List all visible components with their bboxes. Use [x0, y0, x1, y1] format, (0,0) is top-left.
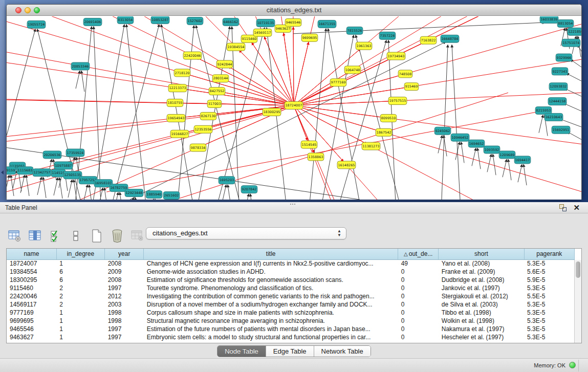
graph-node[interactable]: 915469 [404, 83, 419, 91]
graph-node[interactable]: 20853346 [71, 62, 90, 70]
table-scrollbar[interactable] [574, 260, 581, 343]
graph-node[interactable]: 16148265 [337, 161, 356, 169]
graph-node[interactable]: 9245062 [434, 127, 451, 135]
graph-node[interactable]: 1093592 [484, 146, 500, 154]
tab-node-table[interactable]: Node Table [217, 346, 266, 357]
graph-node[interactable]: 15751074 [562, 39, 580, 47]
graph-node[interactable]: 14569117 [253, 29, 272, 36]
graph-node[interactable]: 1961363 [356, 42, 372, 50]
graph-node[interactable]: 9465546 [285, 18, 301, 26]
column-header-in_degree[interactable]: in_degree [56, 249, 104, 259]
graph-node[interactable]: 16210643 [545, 113, 563, 121]
graph-node[interactable]: 20206536 [43, 151, 61, 159]
graph-node[interactable]: 12923448 [125, 189, 143, 197]
graph-node[interactable]: 10719135 [256, 19, 275, 27]
window-titlebar[interactable]: citations_edges.txt [7, 5, 581, 16]
graph-node[interactable]: 19734943 [387, 52, 405, 60]
table-mode-button[interactable] [7, 228, 23, 244]
graph-hub-node[interactable]: 18724007 [285, 102, 303, 110]
graph-node[interactable]: 10975887 [54, 162, 73, 169]
graph-node[interactable]: 2651602 [163, 192, 180, 200]
citation-graph[interactable]: 1872400722420046271812012213373181075519… [7, 16, 581, 200]
column-header-year[interactable]: year [105, 249, 144, 259]
memory-ok-icon[interactable] [569, 362, 576, 368]
graph-node[interactable]: 10946452 [451, 134, 469, 141]
table-row[interactable]: 969969511998Structural magnetic resonanc… [7, 317, 575, 325]
column-header-pagerank[interactable]: pagerank [524, 249, 574, 259]
graph-node[interactable]: 19166827 [170, 130, 189, 138]
graph-node[interactable]: 12213373 [168, 84, 187, 92]
table-row[interactable]: 1830029562008Estimation of significance … [7, 276, 575, 284]
graph-node[interactable]: 11381273 [362, 142, 380, 150]
column-header-short[interactable]: short [439, 249, 524, 259]
graph-node[interactable]: 1527602 [187, 17, 203, 25]
clear-selection-button[interactable] [69, 228, 84, 244]
graph-node[interactable]: 1209689 [499, 151, 515, 159]
graph-node[interactable]: 9242844 [216, 60, 233, 68]
delete-table-button[interactable] [130, 228, 145, 244]
table-selector-dropdown[interactable]: citations_edges.txt ▲▼ [146, 227, 346, 239]
delete-column-button[interactable] [110, 228, 125, 244]
graph-node[interactable]: 39159 [7, 167, 16, 174]
graph-node[interactable]: 8813054 [557, 19, 574, 27]
graph-node[interactable]: 8313054 [117, 16, 134, 24]
table-row[interactable]: 1938455462009Genome-wide association stu… [7, 268, 575, 276]
graph-node[interactable]: 9699695 [301, 34, 318, 41]
graph-node[interactable]: 9777169 [330, 79, 346, 86]
graph-node[interactable]: 12444158 [548, 98, 567, 105]
table-row[interactable]: 2242004622012Investigating the contribut… [7, 292, 575, 300]
graph-node[interactable]: 16033839 [540, 16, 558, 23]
graph-node[interactable]: 22420046 [183, 52, 202, 59]
graph-node[interactable]: 9329966 [556, 54, 572, 61]
graph-node[interactable]: 19384554 [227, 43, 245, 51]
graph-node[interactable]: 7163822 [420, 36, 437, 44]
graph-node[interactable]: 12218506 [568, 28, 581, 35]
graph-node[interactable]: 1064748 [344, 66, 361, 74]
graph-node[interactable]: 18300295 [263, 108, 281, 116]
graph-node[interactable]: 8267130 [200, 112, 216, 120]
graph-node[interactable]: 1885940 [146, 191, 162, 199]
table-row[interactable]: 1456911722003Disruption of a novel membe… [7, 300, 575, 309]
table-row[interactable]: 946362711997Embryonic stem cells: a mode… [7, 333, 575, 341]
graph-node[interactable]: 16648784 [441, 35, 459, 42]
graph-node[interactable]: 19757515 [388, 97, 407, 105]
graph-node[interactable]: 6466162 [223, 18, 239, 26]
close-panel-icon[interactable]: ✕ [573, 203, 580, 212]
graph-node[interactable]: 7357224 [379, 32, 396, 39]
graph-node[interactable]: 9207842 [241, 186, 257, 193]
graph-node[interactable]: 1695203 [219, 177, 235, 184]
graph-node[interactable]: 19654943 [167, 114, 185, 122]
graph-node[interactable]: 1514545 [301, 141, 317, 148]
graph-node[interactable]: 12093832 [549, 83, 568, 91]
scrollbar-thumb[interactable] [576, 261, 580, 278]
graph-node[interactable]: 15692951 [552, 126, 570, 134]
select-all-button[interactable] [48, 228, 63, 244]
tab-network-table[interactable]: Network Table [314, 346, 371, 357]
graph-node[interactable]: 12342757 [33, 169, 51, 177]
graph-node[interactable]: 10853287 [151, 16, 169, 24]
graph-node[interactable]: 7815526 [346, 27, 363, 34]
left-panel-collapse-arrow-icon[interactable] [1, 170, 4, 174]
graph-node[interactable]: 2718120 [174, 69, 190, 77]
graph-node[interactable]: 1358863 [308, 153, 324, 161]
graph-node[interactable]: 748508 [398, 70, 412, 78]
graph-node[interactable]: 8427552 [209, 87, 225, 95]
graph-node[interactable]: 2803144 [212, 75, 229, 82]
float-panel-icon[interactable] [559, 204, 567, 211]
show-columns-button[interactable] [28, 228, 43, 244]
graph-node[interactable]: 12353556 [194, 125, 212, 133]
table-row[interactable]: 1872400712008Changes of HCN gene express… [7, 259, 575, 268]
column-header-out_de[interactable]: △out_de... [398, 249, 439, 259]
graph-node[interactable]: 9878334 [190, 144, 206, 151]
graph-node[interactable]: 317003 [207, 100, 222, 108]
graph-node[interactable]: 1694417 [514, 156, 531, 164]
network-canvas[interactable]: 1872400722420046271812012213373181075519… [7, 16, 581, 200]
graph-node[interactable]: 8099510 [380, 114, 397, 122]
table-row[interactable]: 911546021997Tourette syndrome. Phenomeno… [7, 284, 575, 292]
graph-node[interactable]: 1694652 [468, 140, 485, 147]
graph-node[interactable]: 19055724 [27, 20, 46, 28]
table-row[interactable]: 946554611997Estimation of the future num… [7, 325, 575, 333]
graph-node[interactable]: 17359924 [66, 149, 84, 157]
panel-resize-handle[interactable] [290, 203, 296, 205]
graph-node[interactable]: 1115683 [17, 167, 33, 174]
